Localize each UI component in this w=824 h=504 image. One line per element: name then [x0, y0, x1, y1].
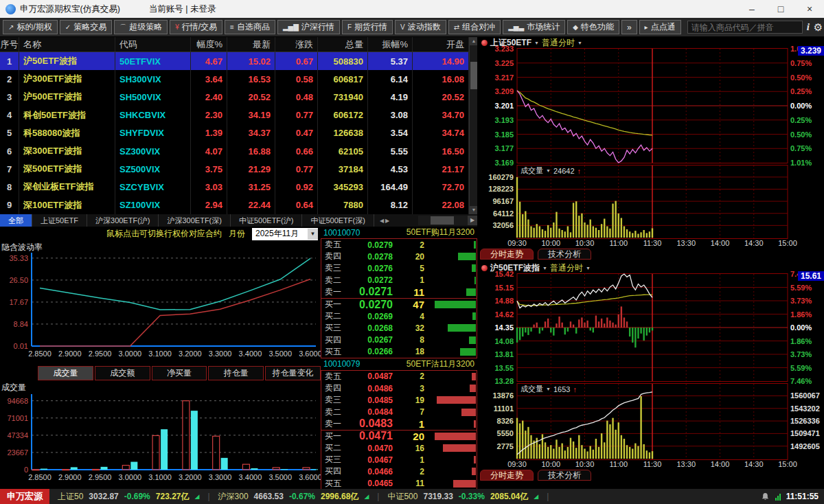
tab-scroll-right-icon[interactable]: ▶: [385, 218, 389, 224]
depth-bar: [470, 385, 476, 392]
call-bid-row[interactable]: 买二0.02694: [321, 310, 477, 322]
market-tab-3[interactable]: 沪深300ETF(深): [159, 214, 230, 227]
osc-bar: [632, 328, 633, 343]
strike-tab-2[interactable]: 净买量: [152, 366, 207, 380]
put-bid-row[interactable]: 买一0.047120: [321, 431, 477, 442]
volume-bar: [604, 219, 605, 238]
column-header-6[interactable]: 总量: [318, 37, 368, 51]
osc-bar: [634, 328, 636, 347]
put-ask-row[interactable]: 卖五0.04872: [321, 371, 477, 382]
toolbar-button-3[interactable]: ¥行情/交易: [170, 20, 222, 34]
toolbar-button-10[interactable]: ◆特色功能: [567, 20, 619, 34]
table-vscroll-thumb[interactable]: [470, 62, 477, 89]
table-row[interactable]: 6深300ETF波指SZ300VIX4.0716.880.66621055.55…: [0, 142, 477, 160]
column-header-2[interactable]: 代码: [115, 37, 191, 51]
toolbar-button-0[interactable]: ↗标的/期权: [3, 20, 58, 34]
table-row[interactable]: 8深创业板ETF波指SZCYBVIX3.0331.250.92345293164…: [0, 178, 477, 196]
toolbar-button-4[interactable]: ≡自选商品: [225, 20, 275, 34]
column-header-7[interactable]: 振幅%: [368, 37, 413, 51]
chart-mode[interactable]: 普通分时: [542, 37, 575, 49]
toolbar-button-11[interactable]: »: [621, 20, 637, 34]
market-tab-1[interactable]: 上证50ETF: [32, 214, 87, 227]
volume-bar: [621, 218, 622, 238]
column-header-3[interactable]: 幅度%: [191, 37, 227, 51]
toolbar-button-7[interactable]: V波动指数: [395, 20, 446, 34]
market-tab-0[interactable]: 全部: [0, 214, 32, 227]
close-button[interactable]: ×: [795, 3, 824, 14]
chart-mode[interactable]: 普通分时: [550, 262, 583, 274]
maximize-button[interactable]: □: [766, 3, 795, 14]
toolbar-button-8[interactable]: ⇄组合对冲: [448, 20, 501, 34]
put-ask-row[interactable]: 卖一0.04831: [321, 418, 477, 430]
call-ask-row[interactable]: 卖三0.02765: [321, 262, 477, 274]
depth-bar: [461, 409, 476, 416]
volume-label[interactable]: 成交量: [520, 165, 543, 176]
table-row[interactable]: 4科创50ETF波指SHKCBVIX2.3034.190.776061723.0…: [0, 106, 477, 124]
table-row[interactable]: 5科588080波指SHYFDVIX1.3934.370.471266383.5…: [0, 124, 477, 142]
call-bid-row[interactable]: 买四0.02678: [321, 334, 477, 346]
table-row[interactable]: 1沪50ETF波指50ETFVIX4.6715.020.675088305.37…: [0, 52, 477, 70]
toolbar-button-icon-2: ⌒: [119, 23, 126, 32]
minimize-button[interactable]: –: [737, 3, 766, 14]
toolbar-button-1[interactable]: ✓策略交易: [60, 20, 112, 34]
column-header-5[interactable]: 涨跌: [275, 37, 318, 51]
panel-tab-0[interactable]: 分时走势: [480, 470, 534, 481]
table-vscrollbar[interactable]: ▲▼: [469, 37, 477, 214]
call-bid-row[interactable]: 买三0.026832: [321, 322, 477, 334]
put-bid-row[interactable]: 买三0.04671: [321, 454, 477, 466]
column-header-0[interactable]: 序号: [0, 37, 19, 51]
call-ask-row[interactable]: 卖一0.027111: [321, 286, 477, 298]
call-ask-row[interactable]: 卖五0.02792: [321, 239, 477, 251]
market-tab-2[interactable]: 沪深300ETF(沪): [87, 214, 159, 227]
toolbar-button-9[interactable]: ▂▅▃市场统计: [503, 20, 565, 34]
strike-tab-4[interactable]: 持仓量变化: [265, 366, 321, 380]
column-header-8[interactable]: 开盘: [413, 37, 469, 51]
strike-tab-3[interactable]: 持仓量: [208, 366, 264, 380]
table-hscrollbar[interactable]: ▶: [418, 216, 477, 225]
price-pane: 15.4215.1514.8814.6214.3514.0813.8113.55…: [477, 273, 824, 382]
market-tab-4[interactable]: 中证500ETF(沪): [231, 214, 302, 227]
info-icon[interactable]: i: [807, 21, 810, 33]
call-bid-row[interactable]: 买一0.027047: [321, 299, 477, 310]
call-ask-row[interactable]: 卖四0.027820: [321, 251, 477, 262]
volume-bar: [612, 418, 613, 459]
toolbar-button-6[interactable]: F期货行情: [342, 20, 393, 34]
osc-bar: [604, 323, 605, 328]
put-volume-bar: [311, 469, 318, 470]
gear-icon[interactable]: ⚙: [814, 21, 823, 34]
put-bid-row[interactable]: 买二0.047016: [321, 442, 477, 454]
hscroll-right-icon[interactable]: ▶: [468, 216, 477, 225]
strike-hint-text: 鼠标点击可切换行权价对应合约: [106, 228, 222, 240]
table-row[interactable]: 3沪500ETF波指SH500VIX2.4020.520.487319404.1…: [0, 88, 477, 106]
table-row[interactable]: 7深500ETF波指SZ500VIX3.7521.290.77371844.53…: [0, 160, 477, 178]
panel-tab-1[interactable]: 技术分析: [538, 249, 591, 260]
put-ask-row[interactable]: 卖三0.048519: [321, 394, 477, 406]
volume-label[interactable]: 成交量: [520, 384, 543, 394]
toolbar-button-5[interactable]: ▂▅▇沪深行情: [277, 20, 340, 34]
hscroll-thumb[interactable]: [431, 216, 454, 225]
month-dropdown[interactable]: 2025年11月 ▼: [252, 228, 318, 240]
strike-tab-0[interactable]: 成交量: [38, 366, 93, 380]
column-header-1[interactable]: 名称: [19, 37, 115, 51]
price-line: [517, 274, 652, 308]
depth-bar: [474, 277, 476, 284]
strike-tab-1[interactable]: 成交额: [95, 366, 150, 380]
toolbar-button-2[interactable]: ⌒超级策略: [114, 20, 168, 34]
panel-tab-1[interactable]: 技术分析: [538, 470, 591, 481]
osc-bar: [525, 328, 526, 332]
put-ask-row[interactable]: 卖二0.04847: [321, 406, 477, 417]
put-bid-row[interactable]: 买四0.04662: [321, 466, 477, 477]
search-input[interactable]: [687, 21, 803, 34]
panel-tab-0[interactable]: 分时走势: [480, 249, 534, 260]
diandiantong-button[interactable]: ▸ 点点通: [639, 20, 681, 34]
column-header-4[interactable]: 最新: [227, 37, 275, 51]
call-ask-row[interactable]: 卖二0.02721: [321, 275, 477, 286]
table-row[interactable]: 2沪300ETF波指SH300VIX3.6416.530.586068176.1…: [0, 70, 477, 88]
tab-scroll-left-icon[interactable]: ◀: [380, 218, 384, 224]
table-row[interactable]: 9深100ETF波指SZ100VIX2.9422.440.6478808.122…: [0, 196, 477, 214]
market-tab-5[interactable]: 中证500ETF(深): [302, 214, 374, 227]
osc-bar: [539, 328, 540, 334]
call-bid-row[interactable]: 买五0.026618: [321, 346, 477, 358]
put-bid-row[interactable]: 买五0.046511: [321, 478, 477, 490]
put-ask-row[interactable]: 卖四0.04863: [321, 382, 477, 394]
